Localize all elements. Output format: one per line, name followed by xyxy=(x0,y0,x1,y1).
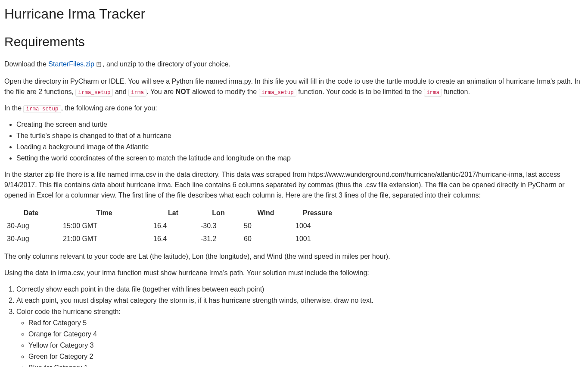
list-item: Setting the world coordinates of the scr… xyxy=(16,153,584,163)
requirements-list: Correctly show each point in the data fi… xyxy=(4,284,584,367)
code-irma-setup: irma_setup xyxy=(259,89,296,97)
text: In the xyxy=(4,104,23,112)
table-header-row: Date Time Lat Lon Wind Pressure xyxy=(4,207,345,220)
td: 60 xyxy=(241,232,293,245)
list-item: Color code the hurricane strength: Red f… xyxy=(16,307,584,367)
td: 16.4 xyxy=(151,220,198,232)
th-lat: Lat xyxy=(151,207,198,220)
td: 16.4 xyxy=(151,232,198,245)
code-irma-setup: irma_setup xyxy=(75,89,113,97)
list-item: Green for Category 2 xyxy=(28,351,584,362)
zip-file-icon xyxy=(96,60,102,70)
text: function. xyxy=(442,88,470,95)
using-data-paragraph: Using the data in irma.csv, your irma fu… xyxy=(4,268,584,278)
th-pressure: Pressure xyxy=(293,207,345,220)
list-item: The turtle's shape is changed to that of… xyxy=(16,131,584,141)
requirements-heading: Requirements xyxy=(4,32,584,51)
starter-files-link[interactable]: StarterFiles.zip xyxy=(48,60,94,68)
bold-not: NOT xyxy=(176,88,190,95)
table-row: 30-Aug 15:00 GMT 16.4 -30.3 50 1004 xyxy=(4,220,345,232)
list-item: Loading a background image of the Atlant… xyxy=(16,142,584,152)
list-item: Creating the screen and turtle xyxy=(16,119,584,130)
text: , and unzip to the directory of your cho… xyxy=(103,60,230,68)
text: allowed to modify the xyxy=(190,88,258,95)
list-item: Correctly show each point in the data fi… xyxy=(16,284,584,295)
color-code-list: Red for Category 5 Orange for Category 4… xyxy=(16,318,584,367)
in-the-setup-paragraph: In the irma_setup, the following are don… xyxy=(4,103,584,113)
list-item: At each point, you must display what cat… xyxy=(16,295,584,306)
th-wind: Wind xyxy=(241,207,293,220)
td: 1001 xyxy=(293,232,345,245)
td: 1004 xyxy=(293,220,345,232)
td: 15:00 GMT xyxy=(60,220,151,232)
code-irma: irma xyxy=(128,89,146,97)
td: 50 xyxy=(241,220,293,232)
th-lon: Lon xyxy=(198,207,241,220)
td: 30-Aug xyxy=(4,220,60,232)
th-date: Date xyxy=(4,207,60,220)
td: 30-Aug xyxy=(4,232,60,245)
td: -30.3 xyxy=(198,220,241,232)
page-title: Hurricane Irma Tracker xyxy=(4,3,584,24)
text: Color code the hurricane strength: xyxy=(16,308,121,315)
svg-rect-1 xyxy=(99,62,100,63)
relevant-columns-paragraph: The only columns relevant to your code a… xyxy=(4,251,584,262)
svg-rect-3 xyxy=(99,64,100,65)
text: and xyxy=(113,88,128,95)
text: Download the xyxy=(4,60,48,68)
setup-list: Creating the screen and turtle The turtl… xyxy=(4,119,584,163)
td: 21:00 GMT xyxy=(60,232,151,245)
table-row: 30-Aug 21:00 GMT 16.4 -31.2 60 1001 xyxy=(4,232,345,245)
csv-preview-table: Date Time Lat Lon Wind Pressure 30-Aug 1… xyxy=(4,207,345,245)
list-item: Red for Category 5 xyxy=(28,318,584,328)
code-irma: irma xyxy=(424,89,442,97)
text: function. Your code is to be limited to … xyxy=(296,88,424,95)
text: . You are xyxy=(146,88,176,95)
th-time: Time xyxy=(60,207,151,220)
list-item: Yellow for Category 3 xyxy=(28,340,584,351)
code-irma-setup: irma_setup xyxy=(23,105,61,113)
text: , the following are done for you: xyxy=(61,104,157,112)
list-item: Orange for Category 4 xyxy=(28,329,584,339)
open-directory-paragraph: Open the directory in PyCharm or IDLE. Y… xyxy=(4,76,584,97)
download-paragraph: Download the StarterFiles.zip, and unzip… xyxy=(4,59,584,70)
list-item: Blue for Category 1 xyxy=(28,363,584,367)
csv-paragraph: In the starter zip file there is a file … xyxy=(4,169,584,201)
td: -31.2 xyxy=(198,232,241,245)
svg-rect-2 xyxy=(99,63,100,64)
